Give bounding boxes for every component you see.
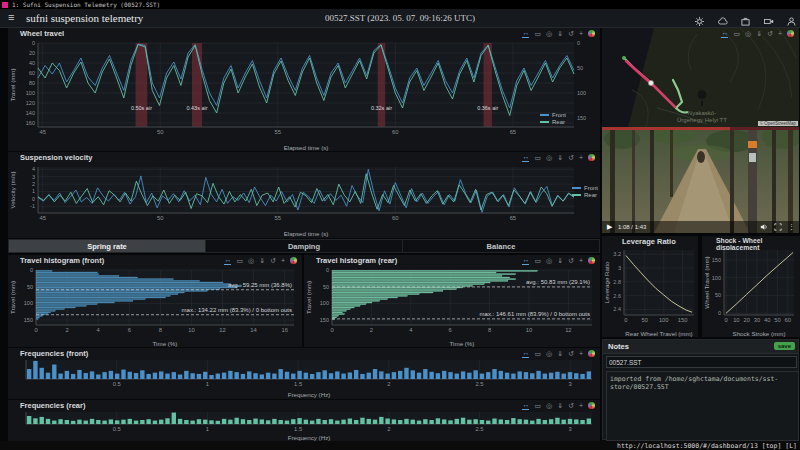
svg-text:160: 160 (26, 120, 35, 126)
svg-text:Travel (mm): Travel (mm) (9, 281, 16, 314)
hover-icon[interactable]: + (579, 402, 583, 410)
wheel-zoom-icon[interactable]: ◎ (248, 257, 254, 265)
hover-icon[interactable]: + (281, 257, 285, 265)
legend-front: Front (552, 112, 566, 118)
svg-text:100: 100 (26, 90, 35, 96)
box-zoom-icon[interactable]: ▭ (534, 350, 541, 358)
save-icon[interactable]: ⇓ (557, 30, 563, 38)
svg-text:1.5: 1.5 (294, 426, 302, 432)
svg-text:3: 3 (32, 174, 35, 180)
hover-icon[interactable]: + (579, 350, 583, 358)
leverage-ratio-chart[interactable]: 0501001502.42.62.833.2Rear Wheel Travel … (602, 246, 698, 337)
shock-wheel-displacement-chart[interactable]: 0102030405060050100150Shock Stroke (mm)W… (702, 246, 800, 337)
svg-text:0.32s air: 0.32s air (371, 105, 392, 111)
svg-text:Wheel Travel (mm): Wheel Travel (mm) (703, 256, 710, 308)
svg-text:2.5: 2.5 (475, 426, 483, 432)
pan-icon[interactable]: ↔ (522, 349, 529, 358)
reset-icon[interactable]: ↺ (270, 257, 276, 265)
wheel-zoom-icon[interactable]: ◎ (546, 402, 552, 410)
reset-icon[interactable]: ↺ (568, 257, 574, 265)
svg-text:55: 55 (275, 129, 281, 135)
reset-icon[interactable]: ↺ (568, 350, 574, 358)
tab-damping[interactable]: Damping (206, 239, 403, 253)
frequencies-rear-panel: Frequencies (rear) ↔▭◎⇓↺+ 0.511.522.53Fr… (8, 400, 600, 441)
svg-text:16: 16 (281, 327, 287, 333)
box-zoom-icon[interactable]: ▭ (534, 257, 541, 265)
session-name-input[interactable] (606, 356, 797, 368)
reset-icon[interactable]: ↺ (568, 30, 574, 38)
tab-spring-rate[interactable]: Spring rate (8, 239, 206, 253)
volume-icon[interactable] (760, 223, 768, 231)
travel-histogram-rear-chart[interactable]: 024681012050100150avg.: 50.83 mm (29.1%)… (304, 267, 600, 347)
save-icon[interactable]: ⇓ (259, 257, 265, 265)
travel-histogram-front-chart[interactable]: 0246810121416050100150avg.: 59.25 mm (36… (8, 267, 302, 347)
svg-text:100: 100 (577, 90, 586, 96)
reset-icon[interactable]: ↺ (568, 154, 574, 162)
save-icon[interactable]: ⇓ (756, 30, 762, 38)
reset-icon[interactable]: ↺ (767, 30, 773, 38)
svg-text:120: 120 (26, 100, 35, 106)
pan-icon[interactable]: ↔ (721, 29, 728, 38)
wheel-zoom-icon[interactable]: ◎ (546, 30, 552, 38)
save-button[interactable]: save (774, 342, 795, 350)
fullscreen-icon[interactable] (774, 223, 782, 231)
box-zoom-icon[interactable]: ▭ (236, 257, 243, 265)
video-progress-bar[interactable] (602, 127, 730, 130)
bokeh-logo-icon (787, 30, 794, 37)
box-zoom-icon[interactable]: ▭ (534, 402, 541, 410)
pan-icon[interactable]: ↔ (522, 401, 529, 410)
video-controls: ▶ 1:08 / 1:43 ⋮ (602, 221, 799, 233)
hover-icon[interactable]: + (778, 30, 782, 38)
cloud-icon[interactable] (718, 17, 728, 26)
frequencies-rear-chart[interactable]: 0.511.522.53Frequency (Hz) (8, 410, 600, 441)
trail-map[interactable]: Nyakaskő- Ürgehegy Helyi TT (602, 28, 799, 127)
box-zoom-icon[interactable]: ▭ (534, 30, 541, 38)
svg-text:8: 8 (488, 327, 491, 333)
svg-text:10: 10 (733, 317, 739, 323)
pan-icon[interactable]: ↔ (522, 153, 529, 162)
save-icon[interactable]: ⇓ (557, 257, 563, 265)
svg-text:40: 40 (764, 317, 770, 323)
trail-video-frame[interactable] (602, 127, 799, 233)
wheel-travel-chart[interactable]: 4550556065020406080100120140160050100150… (8, 40, 600, 151)
svg-text:2: 2 (387, 426, 390, 432)
suspension-velocity-chart[interactable]: 4550556065-101234Elapsed time (s)Velocit… (8, 164, 600, 237)
svg-text:0: 0 (330, 327, 333, 333)
travel-histogram-front-panel: Travel histogram (front) ↔▭◎⇓↺+ 02468101… (8, 255, 302, 347)
chart-legend[interactable]: Front Rear (572, 184, 598, 198)
wheel-zoom-icon[interactable]: ◎ (546, 257, 552, 265)
camera-icon[interactable] (764, 17, 774, 26)
gear-icon[interactable] (695, 17, 704, 26)
pan-icon[interactable]: ↔ (224, 256, 231, 265)
notes-textarea[interactable]: imported from /home/sghctama/documents/s… (606, 371, 799, 441)
hover-icon[interactable]: + (579, 154, 583, 162)
case-icon[interactable] (741, 17, 750, 26)
kebab-icon[interactable]: ⋮ (788, 223, 795, 231)
user-icon[interactable] (787, 17, 796, 26)
wheel-zoom-icon[interactable]: ◎ (546, 154, 552, 162)
svg-text:100: 100 (24, 300, 33, 306)
pan-icon[interactable]: ↔ (522, 256, 529, 265)
chart-legend[interactable]: Front Rear (540, 111, 566, 125)
svg-text:20: 20 (743, 317, 749, 323)
box-zoom-icon[interactable]: ▭ (733, 30, 740, 38)
reset-icon[interactable]: ↺ (568, 402, 574, 410)
svg-text:avg.: 59.25 mm (36.8%): avg.: 59.25 mm (36.8%) (228, 282, 292, 288)
hover-icon[interactable]: + (579, 257, 583, 265)
wheel-zoom-icon[interactable]: ◎ (546, 350, 552, 358)
window-title: 1: Sufni Suspension Telemetry (00527.SST… (12, 1, 160, 8)
hover-icon[interactable]: + (579, 30, 583, 38)
save-icon[interactable]: ⇓ (557, 154, 563, 162)
legend-rear: Rear (584, 192, 597, 198)
frequencies-front-chart[interactable]: 0.511.522.53Frequency (Hz) (8, 358, 600, 398)
map-attribution[interactable]: © OpenStreetMap (758, 121, 798, 126)
position-marker[interactable] (648, 80, 653, 85)
wheel-zoom-icon[interactable]: ◎ (745, 30, 751, 38)
save-icon[interactable]: ⇓ (557, 350, 563, 358)
tab-balance[interactable]: Balance (403, 239, 600, 253)
save-icon[interactable]: ⇓ (557, 402, 563, 410)
pan-icon[interactable]: ↔ (522, 29, 529, 38)
statusbar-url: http://localhost:5000/#/dashboard/13 [to… (617, 442, 797, 450)
box-zoom-icon[interactable]: ▭ (534, 154, 541, 162)
play-icon[interactable]: ▶ (607, 223, 612, 231)
